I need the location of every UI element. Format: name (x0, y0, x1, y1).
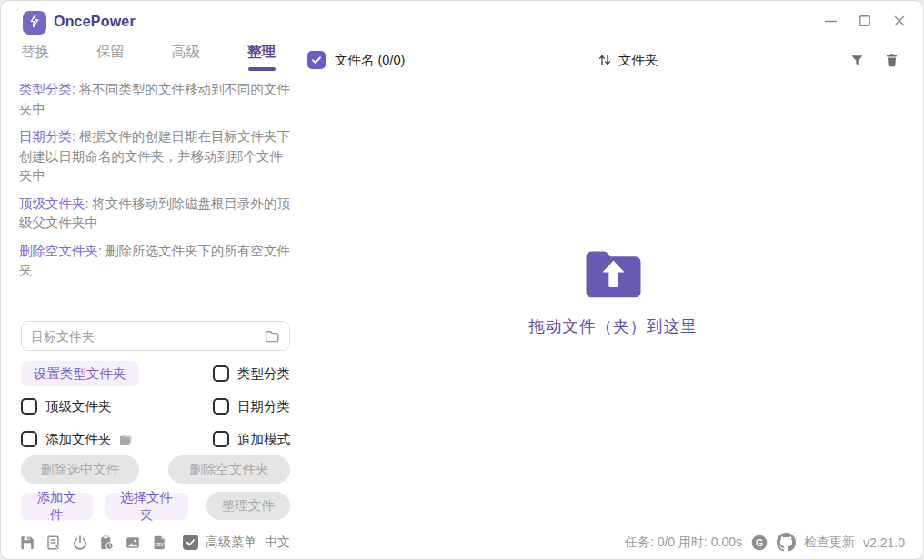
organize-files-button[interactable]: 整理文件 (206, 492, 290, 520)
maximize-button[interactable] (858, 14, 872, 28)
desc-term: 顶级文件夹 (19, 196, 85, 211)
type-classify-checkbox[interactable] (213, 365, 229, 382)
tab-bar: 替换 保留 高级 整理 (21, 43, 276, 71)
gitee-icon[interactable]: G (750, 534, 768, 552)
close-button[interactable] (892, 14, 907, 28)
main-actions-row: 添加文件 选择文件夹 整理文件 (21, 492, 290, 520)
image-icon[interactable] (125, 535, 141, 551)
type-classify-label: 类型分类 (237, 365, 290, 383)
form-edit-icon[interactable] (45, 535, 62, 551)
clipboard-time-icon[interactable] (98, 535, 115, 551)
file-list-panel: 文件名 (0/0) 文件夹 (303, 41, 923, 525)
app-logo (23, 11, 46, 35)
check-update-button[interactable]: 检查更新 (804, 535, 855, 551)
top-folder-checkbox[interactable] (21, 398, 37, 415)
desc-date-classify: 日期分类: 根据文件的创建日期在目标文件夹下创建以日期命名的文件夹，并移动到那个… (19, 127, 294, 186)
feature-descriptions: 类型分类: 将不同类型的文件移动到不同的文件夹中 日期分类: 根据文件的创建日期… (19, 80, 294, 289)
add-folder-label: 添加文件夹 (45, 431, 112, 448)
language-label[interactable]: 中文 (265, 535, 290, 551)
date-classify-label: 日期分类 (237, 398, 290, 415)
advanced-menu-checkbox[interactable] (183, 535, 198, 550)
browse-folder-icon[interactable] (264, 328, 280, 345)
version-label: v2.21.0 (863, 535, 905, 550)
desc-delete-empty: 删除空文件夹: 删除所选文件夹下的所有空文件夹 (19, 242, 294, 281)
tab-organize[interactable]: 整理 (247, 43, 276, 71)
folders-icon (117, 431, 134, 447)
svg-text:CSV: CSV (155, 542, 164, 546)
add-files-button[interactable]: 添加文件 (21, 493, 93, 520)
drop-zone[interactable]: 拖动文件（夹）到这里 (529, 248, 698, 336)
target-folder-input[interactable] (31, 329, 264, 344)
tab-replace[interactable]: 替换 (21, 43, 49, 71)
desc-type-classify: 类型分类: 将不同类型的文件移动到不同的文件夹中 (19, 80, 294, 119)
folder-sort-button[interactable]: 文件夹 (405, 52, 849, 69)
header-icons (849, 53, 899, 68)
select-all-checkbox[interactable] (307, 51, 326, 69)
tab-advanced[interactable]: 高级 (172, 43, 200, 71)
app-title: OncePower (54, 14, 136, 30)
csv-file-icon[interactable]: CSV (151, 535, 167, 551)
checkbox-date-classify[interactable]: 日期分类 (213, 398, 290, 415)
append-mode-label: 追加模式 (237, 431, 290, 448)
trash-icon[interactable] (884, 53, 899, 68)
svg-text:G: G (756, 537, 763, 547)
window-controls (823, 14, 907, 28)
file-list-header: 文件名 (0/0) 文件夹 (307, 46, 899, 74)
checkbox-top-folder[interactable]: 顶级文件夹 (21, 398, 213, 415)
target-folder-field (21, 321, 290, 351)
set-type-folder-button[interactable]: 设置类型文件夹 (21, 361, 139, 386)
task-info: 任务: 0/0 用时: 0.00s (625, 535, 742, 551)
status-bar-right: 任务: 0/0 用时: 0.00s G 检查更新 v2.21.0 (625, 533, 905, 552)
folder-column-header: 文件夹 (618, 52, 658, 69)
checkbox-type-classify[interactable]: 类型分类 (213, 365, 290, 383)
desc-term: 类型分类 (19, 82, 72, 96)
sort-icon (597, 52, 613, 68)
select-folder-button[interactable]: 选择文件夹 (105, 493, 188, 520)
top-folder-label: 顶级文件夹 (45, 398, 112, 415)
delete-actions-row: 删除选中文件 删除空文件夹 (21, 455, 290, 484)
tab-keep[interactable]: 保留 (96, 43, 125, 71)
filename-column-header: 文件名 (0/0) (335, 52, 405, 69)
desc-term: 日期分类 (19, 129, 72, 144)
left-panel: 替换 保留 高级 整理 类型分类: 将不同类型的文件移动到不同的文件夹中 日期分… (1, 41, 303, 525)
desc-term: 删除空文件夹 (19, 244, 98, 258)
checkbox-add-folder[interactable]: 添加文件夹 (21, 431, 213, 448)
add-folder-checkbox[interactable] (21, 431, 37, 447)
options-grid: 设置类型文件夹 类型分类 顶级文件夹 日期分类 (21, 361, 290, 459)
drop-hint-text: 拖动文件（夹）到这里 (529, 315, 698, 336)
github-icon[interactable] (777, 533, 796, 552)
checkbox-append-mode[interactable]: 追加模式 (213, 431, 290, 448)
save-icon[interactable] (19, 535, 35, 551)
filter-icon[interactable] (849, 53, 865, 68)
app-window: OncePower 替换 保留 高级 整理 类型分类: 将不同类型的文件移动到不… (0, 0, 924, 560)
delete-empty-folders-button[interactable]: 删除空文件夹 (168, 455, 290, 484)
date-classify-checkbox[interactable] (213, 398, 229, 415)
append-mode-checkbox[interactable] (213, 431, 229, 447)
title-bar: OncePower (1, 1, 923, 41)
advanced-menu-label: 高级菜单 (206, 535, 256, 551)
power-icon[interactable] (72, 535, 88, 551)
delete-selected-button[interactable]: 删除选中文件 (21, 455, 139, 484)
lightning-icon (27, 14, 42, 32)
desc-top-folder: 顶级文件夹: 将文件移动到除磁盘根目录外的顶级父文件夹中 (19, 195, 294, 234)
minimize-button[interactable] (823, 14, 838, 28)
upload-folder-icon (583, 248, 643, 301)
status-bar: CSV 高级菜单 中文 任务: 0/0 用时: 0.00s G 检查更新 v2.… (1, 525, 923, 559)
